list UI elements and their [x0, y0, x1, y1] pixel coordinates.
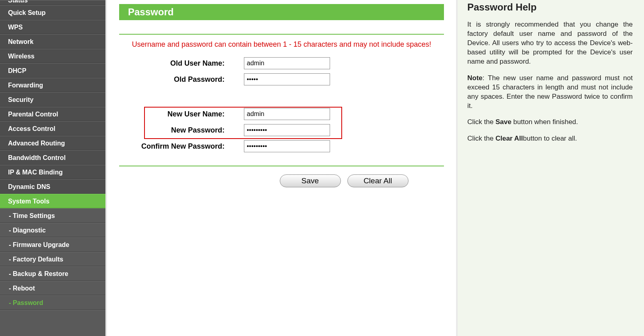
row-old-pass: Old Password: [119, 71, 444, 87]
page-title: Password [119, 4, 444, 20]
help-p4: Click the Clear Allbutton to clear all. [467, 134, 633, 143]
old-user-input[interactable] [244, 57, 330, 69]
sidebar-item[interactable]: Quick Setup [0, 5, 105, 20]
sidebar-item[interactable]: Wireless [0, 49, 105, 63]
help-p2-text: : The new user name and password must no… [467, 74, 633, 110]
help-p1: It is strongly recommended that you chan… [467, 20, 633, 66]
sidebar-sub-item[interactable]: - Time Settings [0, 208, 105, 223]
button-row: Save Clear All [119, 174, 444, 187]
row-new-user: New User Name: [119, 106, 444, 122]
new-user-input[interactable] [244, 108, 330, 120]
sidebar-item[interactable]: Forwarding [0, 78, 105, 92]
sidebar-item[interactable]: IP & MAC Binding [0, 165, 105, 179]
old-pass-label: Old Password: [119, 75, 244, 84]
sidebar-sub-item[interactable]: - Factory Defaults [0, 252, 105, 266]
old-user-label: Old User Name: [119, 59, 244, 68]
divider-bottom [119, 166, 444, 166]
confirm-pass-label: Confirm New Password: [119, 142, 244, 151]
content-area: Password Username and password can conta… [105, 0, 458, 336]
sidebar-sub-item[interactable]: - Backup & Restore [0, 266, 105, 281]
help-p2: Note: The new user name and password mus… [467, 74, 633, 111]
row-old-user: Old User Name: [119, 55, 444, 71]
sidebar-sub-item[interactable]: - Firmware Upgrade [0, 237, 105, 252]
warning-text: Username and password can contain betwee… [119, 40, 444, 49]
help-p3: Click the Save button when finished. [467, 118, 633, 127]
confirm-pass-input[interactable] [244, 140, 330, 152]
divider-top [119, 34, 444, 35]
password-form: Old User Name: Old Password: New User Na… [119, 55, 444, 154]
old-pass-input[interactable] [244, 73, 330, 85]
help-title: Password Help [467, 2, 633, 13]
clear-all-button[interactable]: Clear All [347, 174, 409, 187]
sidebar-item[interactable]: WPS [0, 20, 105, 34]
sidebar-item[interactable]: Network [0, 34, 105, 49]
sidebar: StatusQuick SetupWPSNetworkWirelessDHCPF… [0, 0, 105, 336]
sidebar-item[interactable]: System Tools [0, 194, 105, 208]
new-user-label: New User Name: [119, 110, 244, 118]
sidebar-item[interactable]: Access Control [0, 121, 105, 136]
row-confirm-pass: Confirm New Password: [119, 138, 444, 154]
sidebar-item[interactable]: Parental Control [0, 107, 105, 121]
main: Password Username and password can conta… [105, 0, 644, 336]
sidebar-item[interactable]: Dynamic DNS [0, 179, 105, 194]
sidebar-item[interactable]: Security [0, 92, 105, 107]
save-button[interactable]: Save [280, 174, 341, 187]
row-new-pass: New Password: [119, 122, 444, 138]
sidebar-tail [0, 310, 105, 336]
sidebar-sub-item[interactable]: - Password [0, 295, 105, 310]
help-panel: Password Help It is strongly recommended… [458, 0, 644, 336]
help-note-label: Note [467, 74, 483, 82]
sidebar-item[interactable]: Status [0, 0, 105, 5]
new-pass-input[interactable] [244, 124, 330, 136]
sidebar-item[interactable]: DHCP [0, 63, 105, 78]
sidebar-sub-item[interactable]: - Reboot [0, 281, 105, 295]
sidebar-item[interactable]: Bandwidth Control [0, 150, 105, 165]
sidebar-item[interactable]: Advanced Routing [0, 136, 105, 150]
new-pass-label: New Password: [119, 126, 244, 135]
sidebar-sub-item[interactable]: - Diagnostic [0, 223, 105, 237]
